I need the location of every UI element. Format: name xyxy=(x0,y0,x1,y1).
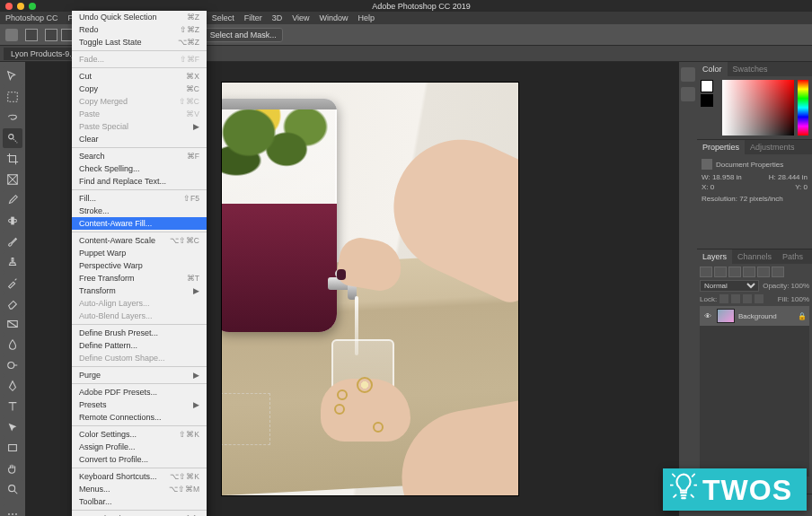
blur-tool-icon[interactable] xyxy=(3,335,22,354)
menu-item-puppet-warp[interactable]: Puppet Warp xyxy=(72,247,207,259)
path-selection-tool-icon[interactable] xyxy=(3,417,22,437)
menu-item-define-brush-preset[interactable]: Define Brush Preset... xyxy=(72,327,207,339)
marquee-selection[interactable] xyxy=(222,393,270,445)
color-field[interactable] xyxy=(722,80,794,136)
edit-toolbar-icon[interactable]: ⋯ xyxy=(3,504,22,516)
menu-item-menus[interactable]: Menus...⌥⇧⌘M xyxy=(72,483,207,495)
menu-item-stroke[interactable]: Stroke... xyxy=(72,205,207,217)
quick-select-preset-icon[interactable] xyxy=(25,29,38,41)
menu-item-toggle-last-state[interactable]: Toggle Last State⌥⌘Z xyxy=(72,36,207,48)
menu-item-free-transform[interactable]: Free Transform⌘T xyxy=(72,272,207,284)
hue-slider[interactable] xyxy=(798,80,808,136)
menu-item-undo-quick-selection[interactable]: Undo Quick Selection⌘Z xyxy=(72,11,207,23)
menu-item-cut[interactable]: Cut⌘X xyxy=(72,70,207,83)
prop-y[interactable]: 0 xyxy=(804,183,808,191)
eraser-tool-icon[interactable] xyxy=(3,293,22,313)
lasso-tool-icon[interactable] xyxy=(3,108,22,127)
menu-photoshop-cc[interactable]: Photoshop CC xyxy=(5,13,58,22)
menu-item-start-dictation[interactable]: Start Dictation...fnfn xyxy=(72,512,207,516)
tab-color[interactable]: Color xyxy=(697,62,728,76)
dodge-tool-icon[interactable] xyxy=(3,355,22,375)
menu-item-keyboard-shortcuts[interactable]: Keyboard Shortcuts...⌥⇧⌘K xyxy=(72,470,207,483)
layer-filter-kind-icon[interactable] xyxy=(700,267,712,277)
menu-filter[interactable]: Filter xyxy=(244,13,262,22)
selection-mode-new-icon[interactable] xyxy=(45,29,57,41)
select-and-mask-button[interactable]: Select and Mask... xyxy=(204,28,283,42)
blend-mode-select[interactable]: Normal xyxy=(700,280,759,292)
frame-tool-icon[interactable] xyxy=(3,170,22,189)
menu-item-presets[interactable]: Presets▶ xyxy=(72,398,207,411)
document-canvas[interactable] xyxy=(222,83,518,495)
history-brush-tool-icon[interactable] xyxy=(3,273,22,293)
move-tool-icon[interactable] xyxy=(3,66,22,86)
crop-tool-icon[interactable] xyxy=(3,149,22,169)
layer-name[interactable]: Background xyxy=(738,312,777,320)
menu-item-assign-profile[interactable]: Assign Profile... xyxy=(72,441,207,453)
tab-channels[interactable]: Channels xyxy=(732,249,777,264)
layer-filter-pixel-icon[interactable] xyxy=(714,267,727,277)
prop-width[interactable]: 18.958 in xyxy=(712,173,742,181)
zoom-window-icon[interactable] xyxy=(29,3,36,10)
menu-select[interactable]: Select xyxy=(212,13,234,22)
visibility-toggle-icon[interactable]: 👁 xyxy=(702,312,713,320)
layer-filter-shape-icon[interactable] xyxy=(757,267,770,277)
menu-item-find-and-replace-text[interactable]: Find and Replace Text... xyxy=(72,175,207,188)
menu-3d[interactable]: 3D xyxy=(272,13,283,22)
layer-row[interactable]: 👁 Background 🔒 xyxy=(700,306,809,326)
menu-help[interactable]: Help xyxy=(358,13,375,22)
menu-item-perspective-warp[interactable]: Perspective Warp xyxy=(72,259,207,272)
collapsed-panel-icon[interactable] xyxy=(681,67,695,82)
lock-transparency-icon[interactable] xyxy=(719,294,728,303)
color-panel-swatches[interactable] xyxy=(701,80,719,136)
menu-window[interactable]: Window xyxy=(320,13,349,22)
layer-filter-smart-icon[interactable] xyxy=(772,267,784,277)
tab-adjustments[interactable]: Adjustments xyxy=(745,140,800,154)
layer-thumbnail[interactable] xyxy=(717,309,735,323)
prop-height[interactable]: 28.444 in xyxy=(778,173,808,181)
layer-filter-type-icon[interactable] xyxy=(743,267,755,277)
menu-item-adobe-pdf-presets[interactable]: Adobe PDF Presets... xyxy=(72,386,207,398)
menu-item-remote-connections[interactable]: Remote Connections... xyxy=(72,411,207,424)
fill-value[interactable]: 100% xyxy=(791,295,809,303)
menu-item-convert-to-profile[interactable]: Convert to Profile... xyxy=(72,453,207,466)
menu-item-toolbar[interactable]: Toolbar... xyxy=(72,495,207,508)
menu-item-define-pattern[interactable]: Define Pattern... xyxy=(72,339,207,352)
home-icon[interactable] xyxy=(5,29,18,41)
spot-healing-tool-icon[interactable] xyxy=(3,211,22,231)
opacity-value[interactable]: 100% xyxy=(791,282,809,290)
collapsed-panel-icon[interactable] xyxy=(681,87,695,101)
tab-paths[interactable]: Paths xyxy=(777,249,808,264)
hand-tool-icon[interactable] xyxy=(3,459,22,478)
eyedropper-tool-icon[interactable] xyxy=(3,190,22,210)
menu-view[interactable]: View xyxy=(292,13,309,22)
menu-item-clear[interactable]: Clear xyxy=(72,133,207,145)
layer-filter-adjust-icon[interactable] xyxy=(728,267,741,277)
type-tool-icon[interactable] xyxy=(3,397,22,416)
menu-item-check-spelling[interactable]: Check Spelling... xyxy=(72,162,207,175)
rectangle-tool-icon[interactable] xyxy=(3,438,22,458)
menu-item-copy[interactable]: Copy⌘C xyxy=(72,83,207,95)
brush-tool-icon[interactable] xyxy=(3,232,22,251)
menu-item-transform[interactable]: Transform▶ xyxy=(72,284,207,297)
quick-selection-tool-icon[interactable] xyxy=(3,128,22,148)
menu-item-search[interactable]: Search⌘F xyxy=(72,150,207,162)
menu-item-content-aware-fill[interactable]: Content-Aware Fill... xyxy=(72,217,207,230)
close-window-icon[interactable] xyxy=(5,3,13,10)
clone-stamp-tool-icon[interactable] xyxy=(3,252,22,272)
menu-item-color-settings[interactable]: Color Settings...⇧⌘K xyxy=(72,428,207,441)
lock-pixels-icon[interactable] xyxy=(731,294,740,303)
minimize-window-icon[interactable] xyxy=(17,3,24,10)
menu-item-fill[interactable]: Fill...⇧F5 xyxy=(72,192,207,205)
tab-layers[interactable]: Layers xyxy=(697,249,732,264)
tab-swatches[interactable]: Swatches xyxy=(728,62,773,76)
tab-properties[interactable]: Properties xyxy=(697,140,745,154)
lock-position-icon[interactable] xyxy=(743,294,752,303)
pen-tool-icon[interactable] xyxy=(3,376,22,396)
marquee-tool-icon[interactable] xyxy=(3,87,22,107)
lock-all-icon[interactable] xyxy=(755,294,763,303)
zoom-tool-icon[interactable] xyxy=(3,479,22,499)
gradient-tool-icon[interactable] xyxy=(3,314,22,334)
prop-x[interactable]: 0 xyxy=(710,183,714,191)
menu-item-redo[interactable]: Redo⇧⌘Z xyxy=(72,23,207,36)
menu-item-content-aware-scale[interactable]: Content-Aware Scale⌥⇧⌘C xyxy=(72,234,207,247)
